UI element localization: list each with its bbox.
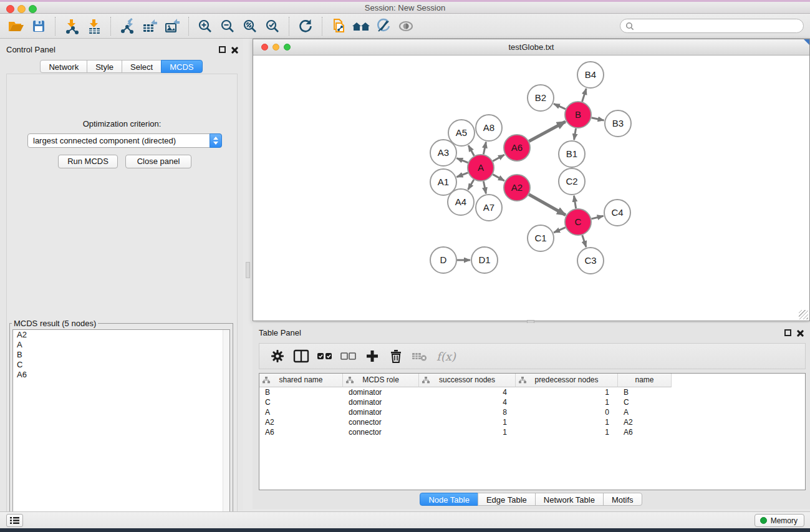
- search-box[interactable]: [620, 19, 804, 33]
- network-window-titlebar[interactable]: testGlobe.txt: [253, 39, 809, 56]
- table-cell[interactable]: 1: [516, 427, 618, 437]
- table-cell[interactable]: C: [259, 397, 343, 407]
- table-cell[interactable]: A: [259, 407, 343, 417]
- mcds-result-item[interactable]: A6: [13, 370, 229, 380]
- add-row-button[interactable]: [362, 346, 383, 367]
- vertical-split-handle[interactable]: [246, 262, 250, 278]
- tab-network[interactable]: Network: [40, 60, 87, 73]
- table-row[interactable]: Cdominator41C: [259, 397, 805, 407]
- tab-select[interactable]: Select: [122, 60, 162, 73]
- table-cell[interactable]: 4: [419, 387, 516, 397]
- zoom-in-button[interactable]: [194, 16, 216, 37]
- open-session-button[interactable]: [5, 16, 27, 37]
- graph-edge-A-A7[interactable]: [483, 181, 486, 194]
- graph-node-D1[interactable]: D1: [471, 247, 498, 273]
- graph-node-A[interactable]: A: [468, 155, 494, 181]
- graph-node-A4[interactable]: A4: [448, 189, 474, 215]
- tab-motifs[interactable]: Motifs: [603, 493, 642, 506]
- graph-node-A6[interactable]: A6: [504, 135, 530, 161]
- search-input[interactable]: [637, 21, 793, 31]
- scrollbar-track[interactable]: [223, 330, 229, 527]
- hide-graphics-details-button[interactable]: [372, 16, 395, 37]
- delete-row-button[interactable]: [385, 346, 407, 367]
- table-columns-button[interactable]: [291, 346, 312, 367]
- graph-edge-A-A2[interactable]: [493, 175, 504, 181]
- graph-node-B4[interactable]: B4: [577, 62, 604, 88]
- table-cell[interactable]: 0: [516, 407, 618, 417]
- deselect-all-checkboxes-button[interactable]: [338, 346, 359, 367]
- zoom-out-button[interactable]: [216, 16, 239, 37]
- table-cell[interactable]: 1: [516, 397, 618, 407]
- tab-node-table[interactable]: Node Table: [420, 493, 478, 506]
- close-panel-button[interactable]: [231, 46, 238, 54]
- resize-grip-icon[interactable]: [799, 310, 808, 319]
- table-row[interactable]: A2connector11A2: [259, 417, 805, 427]
- delete-table-button[interactable]: [409, 346, 430, 367]
- graph-edge-A-A5[interactable]: [468, 145, 474, 156]
- table-cell[interactable]: 1: [419, 417, 516, 427]
- table-cell[interactable]: 1: [419, 427, 516, 437]
- table-row[interactable]: Adominator80A: [259, 407, 805, 417]
- graph-edge-A-A8[interactable]: [483, 142, 486, 155]
- column-header-name[interactable]: name: [618, 374, 672, 387]
- graph-edge-A-A6[interactable]: [493, 155, 504, 161]
- home-button[interactable]: [350, 16, 372, 37]
- tab-network-table[interactable]: Network Table: [535, 493, 604, 506]
- graph-edge-C-C3[interactable]: [582, 235, 586, 247]
- graph-edge-B-B4[interactable]: [582, 89, 587, 102]
- graph-edge-A6-B[interactable]: [529, 122, 565, 142]
- graph-node-C2[interactable]: C2: [559, 168, 585, 195]
- float-table-panel-button[interactable]: [784, 329, 791, 336]
- graph-edge-B-B3[interactable]: [591, 118, 604, 120]
- graph-edge-B-B2[interactable]: [554, 104, 566, 109]
- table-cell[interactable]: B: [618, 387, 672, 397]
- graph-node-B3[interactable]: B3: [605, 110, 631, 137]
- table-cell[interactable]: 4: [419, 397, 516, 407]
- graph-node-A2[interactable]: A2: [504, 175, 530, 201]
- export-network-button[interactable]: [116, 16, 138, 37]
- graph-node-B[interactable]: B: [565, 102, 591, 128]
- graph-node-C4[interactable]: C4: [604, 200, 630, 226]
- table-cell[interactable]: dominator: [343, 407, 419, 417]
- graph-node-D[interactable]: D: [430, 247, 456, 273]
- graph-node-A7[interactable]: A7: [476, 195, 502, 221]
- zoom-fit-button[interactable]: [239, 16, 261, 37]
- graph-edge-A-A4[interactable]: [468, 180, 474, 190]
- table-cell[interactable]: dominator: [343, 387, 419, 397]
- tab-style[interactable]: Style: [87, 60, 122, 73]
- tab-mcds[interactable]: MCDS: [161, 60, 202, 73]
- node-table[interactable]: shared nameMCDS rolesuccessor nodesprede…: [259, 373, 806, 490]
- export-table-button[interactable]: [138, 16, 161, 37]
- column-header-shared-name[interactable]: shared name: [259, 374, 343, 387]
- criterion-select[interactable]: largest connected component (directed): [27, 133, 222, 148]
- mcds-result-item[interactable]: B: [13, 350, 229, 360]
- export-image-button[interactable]: [161, 16, 183, 37]
- task-history-button[interactable]: [6, 514, 23, 527]
- table-cell[interactable]: dominator: [343, 397, 419, 407]
- graph-edge-A-A1[interactable]: [456, 173, 468, 177]
- graph-edge-C-C4[interactable]: [591, 216, 603, 219]
- table-cell[interactable]: A2: [618, 417, 672, 427]
- import-network-button[interactable]: [60, 16, 83, 37]
- mcds-result-item[interactable]: A: [13, 340, 229, 350]
- graph-node-C3[interactable]: C3: [577, 248, 604, 274]
- table-cell[interactable]: 1: [516, 387, 618, 397]
- graph-node-A8[interactable]: A8: [476, 115, 502, 141]
- table-cell[interactable]: connector: [343, 417, 419, 427]
- graph-node-C1[interactable]: C1: [528, 225, 554, 251]
- eye-button[interactable]: [395, 16, 417, 37]
- close-panel-button-2[interactable]: Close panel: [125, 155, 191, 168]
- mcds-result-list[interactable]: A2ABCA6: [12, 329, 230, 528]
- mcds-result-item[interactable]: A2: [13, 330, 229, 340]
- table-cell[interactable]: 1: [516, 417, 618, 427]
- graph-edge-C-C2[interactable]: [574, 196, 576, 209]
- close-table-panel-button[interactable]: [796, 329, 804, 337]
- table-cell[interactable]: 8: [419, 407, 516, 417]
- network-graph[interactable]: B4B2BB3A5A8A6A3B1AA1C2A2A4A7C4CC1C3DD1: [254, 56, 809, 320]
- zoom-selected-button[interactable]: [261, 16, 284, 37]
- graph-node-A5[interactable]: A5: [448, 120, 475, 146]
- graph-node-A3[interactable]: A3: [430, 140, 456, 166]
- graph-node-B2[interactable]: B2: [528, 85, 554, 111]
- column-header-predecessor-nodes[interactable]: predecessor nodes: [516, 374, 618, 387]
- graph-node-B1[interactable]: B1: [559, 141, 585, 167]
